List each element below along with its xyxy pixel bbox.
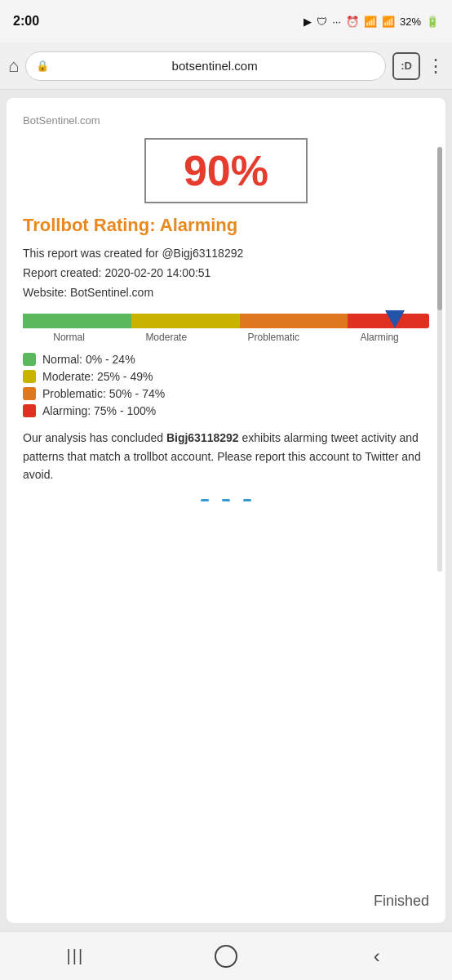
legend-problematic-label: Problematic: 50% - 74%	[42, 387, 165, 400]
label-normal: Normal	[53, 332, 85, 343]
pagination-dots	[23, 499, 429, 501]
status-icons: ▶ 🛡 ··· ⏰ 📶 📶 32% 🔋	[304, 16, 439, 28]
site-label: BotSentinel.com	[23, 114, 429, 127]
legend-problematic: Problematic: 50% - 74%	[23, 387, 429, 400]
bar-labels: Normal Moderate Problematic Alarming	[23, 332, 429, 343]
legend-moderate: Moderate: 25% - 49%	[23, 370, 429, 383]
dot-problematic	[23, 387, 36, 400]
signal-icon: 📶	[382, 16, 395, 28]
legend-normal-label: Normal: 0% - 24%	[42, 353, 135, 366]
score-value: 90%	[184, 146, 268, 195]
battery-icon: 🔋	[426, 16, 439, 28]
scrollbar-thumb[interactable]	[437, 147, 442, 310]
tab-switcher-button[interactable]: :D	[392, 52, 420, 80]
lock-icon: 🔒	[36, 60, 49, 72]
bar-indicator	[385, 310, 405, 328]
trollbot-rating: Trollbot Rating: Alarming	[23, 215, 429, 236]
battery-display: 32%	[400, 16, 421, 28]
wifi-icon: 📶	[364, 16, 377, 28]
dot-1	[201, 499, 209, 501]
report-meta: This report was created for @Bigj6311829…	[23, 244, 429, 302]
vpn-icon: 🛡	[317, 16, 327, 28]
finished-button[interactable]: Finished	[374, 893, 429, 910]
finished-button-area[interactable]: Finished	[374, 893, 429, 910]
url-text: botsentinel.com	[54, 59, 375, 73]
time-display: 2:00	[13, 14, 39, 29]
dot-normal	[23, 353, 36, 366]
more-dots-icon: ···	[332, 16, 341, 28]
label-problematic: Problematic	[248, 332, 299, 343]
url-bar[interactable]: 🔒 botsentinel.com	[25, 51, 386, 81]
report-card: BotSentinel.com 90% Trollbot Rating: Ala…	[7, 98, 445, 923]
bar-problematic	[240, 314, 348, 328]
label-alarming: Alarming	[360, 332, 398, 343]
home-button[interactable]: ⌂	[8, 56, 19, 77]
page-area: BotSentinel.com 90% Trollbot Rating: Ala…	[0, 90, 452, 931]
analysis-text: Our analysis has concluded Bigj63118292 …	[23, 429, 429, 483]
report-for: This report was created for @Bigj6311829…	[23, 244, 429, 264]
analysis-username: Bigj63118292	[166, 431, 239, 444]
scrollbar[interactable]	[437, 147, 442, 572]
label-moderate: Moderate	[145, 332, 187, 343]
browser-bar: ⌂ 🔒 botsentinel.com :D ⋮	[0, 42, 452, 90]
dot-moderate	[23, 370, 36, 383]
alarm-icon: ⏰	[346, 16, 359, 28]
back-button[interactable]: ‹	[357, 940, 397, 973]
back-chevron-icon: ‹	[374, 945, 380, 968]
analysis-intro: Our analysis has concluded	[23, 431, 166, 444]
rating-value: Alarming	[160, 215, 237, 235]
dot-2	[222, 499, 230, 501]
dot-3	[243, 499, 251, 501]
browser-menu-button[interactable]: ⋮	[427, 56, 444, 77]
home-circle-icon	[215, 945, 237, 968]
legend-alarming: Alarming: 75% - 100%	[23, 404, 429, 417]
dot-alarming	[23, 404, 36, 417]
youtube-icon: ▶	[304, 16, 312, 28]
recent-apps-button[interactable]: |||	[55, 940, 95, 973]
legend: Normal: 0% - 24% Moderate: 25% - 49% Pro…	[23, 353, 429, 417]
legend-alarming-label: Alarming: 75% - 100%	[42, 404, 156, 417]
bottom-nav: ||| ‹	[0, 931, 452, 980]
status-bar: 2:00 ▶ 🛡 ··· ⏰ 📶 📶 32% 🔋	[0, 0, 452, 42]
bar-normal	[23, 314, 131, 328]
rating-bar	[23, 314, 429, 328]
bar-moderate	[131, 314, 240, 328]
website-label: Website: BotSentinel.com	[23, 283, 429, 303]
legend-normal: Normal: 0% - 24%	[23, 353, 429, 366]
legend-moderate-label: Moderate: 25% - 49%	[42, 370, 153, 383]
score-box: 90%	[144, 138, 308, 203]
report-created: Report created: 2020-02-20 14:00:51	[23, 264, 429, 283]
home-nav-button[interactable]	[206, 940, 246, 973]
